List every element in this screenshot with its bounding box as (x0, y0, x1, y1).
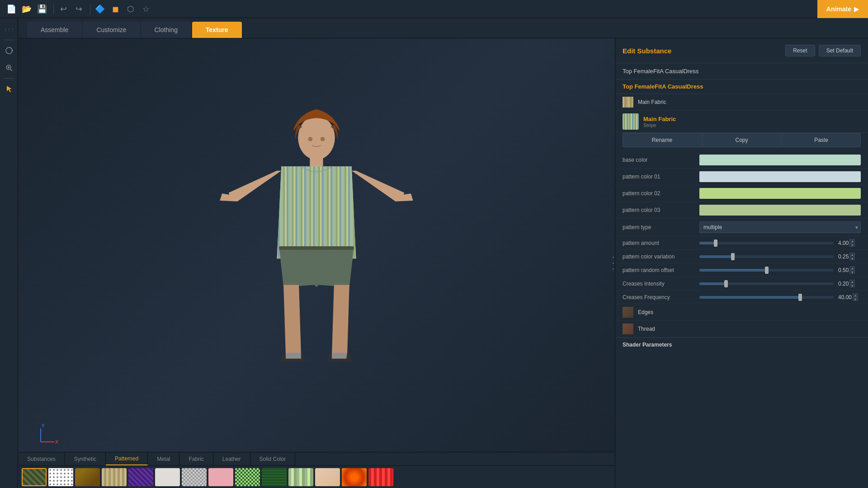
move-tool[interactable]: ⋮⋮⋮ (2, 23, 16, 36)
sub-tab-leather[interactable]: Leather (213, 452, 250, 465)
pattern-random-offset-thumb[interactable] (765, 267, 769, 274)
creases-frequency-fill (699, 296, 800, 299)
select-tool[interactable] (2, 82, 16, 96)
creases-frequency-slider[interactable] (699, 296, 834, 299)
pattern-type-value[interactable]: multiple (699, 221, 861, 233)
param-row-base-color: base color (615, 152, 868, 169)
creases-frequency-down[interactable]: ▼ (853, 297, 858, 301)
edges-section[interactable]: Edges (615, 304, 868, 321)
tab-clothing[interactable]: Clothing (141, 22, 191, 38)
tab-texture[interactable]: Texture (192, 22, 242, 38)
3d-icon[interactable]: 🔷 (93, 2, 107, 16)
pattern-amount-value: 4.00 ▲ ▼ (838, 239, 861, 247)
substance-thumb-11[interactable] (315, 468, 340, 486)
redo-icon[interactable]: ↪ (72, 2, 85, 16)
svg-marker-1 (11, 49, 13, 51)
creases-intensity-down[interactable]: ▼ (849, 284, 855, 287)
substance-thumb-7[interactable] (208, 468, 233, 486)
sphere-icon[interactable]: ⬡ (124, 2, 137, 16)
param-row-pattern-amount: pattern amount 4.00 ▲ ▼ (615, 236, 868, 250)
sub-tab-metal[interactable]: Metal (148, 452, 179, 465)
pattern-type-dropdown[interactable]: multiple ▼ (699, 221, 861, 233)
creases-intensity-slider[interactable] (699, 282, 834, 285)
pattern-random-offset-down[interactable]: ▼ (849, 270, 855, 274)
substance-thumb-13[interactable] (368, 468, 393, 486)
pattern-random-offset-up[interactable]: ▲ (849, 266, 855, 270)
pattern-random-offset-slider[interactable] (699, 269, 834, 272)
pattern-amount-slider[interactable] (699, 242, 834, 244)
creases-frequency-value: 40.00 ▲ ▼ (838, 293, 861, 301)
axes-indicator: Y X (32, 424, 59, 447)
substance-thumb-9[interactable] (262, 468, 287, 486)
creases-intensity-up[interactable]: ▲ (849, 280, 855, 283)
rotate-tool[interactable] (2, 44, 16, 57)
rename-button[interactable]: Rename (623, 133, 702, 147)
pattern-color-variation-fill (699, 255, 733, 258)
reset-button[interactable]: Reset (785, 45, 815, 56)
main-fabric-section-header[interactable]: Main Fabric (615, 94, 868, 111)
substances-tab-bar: Substances Synthetic Patterned Metal Fab… (18, 452, 615, 466)
zoom-tool[interactable] (2, 61, 16, 75)
tab-bar: Assemble Customize Clothing Texture (18, 18, 868, 38)
substance-thumb-4[interactable] (128, 468, 153, 486)
tab-assemble[interactable]: Assemble (27, 22, 82, 38)
param-row-pattern-color-02: pattern color 02 (615, 185, 868, 202)
creases-intensity-thumb[interactable] (724, 280, 728, 287)
undo-icon[interactable]: ↩ (57, 2, 70, 16)
param-color-base[interactable] (699, 155, 861, 165)
pattern-amount-spinners: ▲ ▼ (849, 239, 855, 247)
save-icon[interactable]: 💾 (35, 2, 49, 16)
model-area (18, 38, 615, 452)
main-fabric-label: Main Fabric (638, 99, 861, 105)
param-label-pattern-color-02: pattern color 02 (623, 190, 695, 197)
new-icon[interactable]: 📄 (5, 2, 18, 16)
pattern-amount-slider-container (699, 242, 834, 244)
param-label-pattern-color-variation: pattern color variation (623, 253, 695, 260)
pattern-color-variation-down[interactable]: ▼ (849, 257, 855, 260)
pattern-amount-up[interactable]: ▲ (849, 239, 855, 243)
creases-frequency-up[interactable]: ▲ (853, 293, 858, 297)
pattern-color-variation-slider[interactable] (699, 255, 834, 258)
param-label-creases-frequency: Creases Frequency (623, 294, 695, 300)
paste-button[interactable]: Paste (782, 133, 861, 147)
param-color-03[interactable] (699, 205, 861, 216)
pattern-color-variation-thumb[interactable] (731, 253, 735, 260)
drag-handle[interactable] (611, 254, 615, 272)
sub-tab-synthetic[interactable]: Synthetic (65, 452, 106, 465)
fabric-item[interactable]: Main Fabric Stripe (615, 111, 868, 133)
param-label-pattern-random-offset: pattern random offset (623, 267, 695, 273)
cube-icon[interactable]: ◼ (108, 2, 122, 16)
pattern-amount-thumb[interactable] (714, 239, 717, 247)
substance-thumb-5[interactable] (155, 468, 180, 486)
substance-thumb-2[interactable] (75, 468, 100, 486)
copy-button[interactable]: Copy (702, 133, 781, 147)
substance-thumb-0[interactable] (22, 468, 47, 486)
tab-customize[interactable]: Customize (83, 22, 140, 38)
substance-thumb-10[interactable] (288, 468, 313, 486)
substance-thumb-12[interactable] (342, 468, 367, 486)
creases-frequency-slider-container (699, 296, 834, 299)
substance-thumb-3[interactable] (102, 468, 127, 486)
sub-tab-fabric[interactable]: Fabric (179, 452, 213, 465)
viewport[interactable]: Y X Substances Synthetic Patterned Metal… (18, 38, 615, 488)
substance-thumb-6[interactable] (182, 468, 207, 486)
param-color-01[interactable] (699, 171, 861, 182)
pattern-color-variation-up[interactable]: ▲ (849, 253, 855, 256)
animate-button[interactable]: Animate ▶ (817, 0, 868, 18)
creases-frequency-thumb[interactable] (798, 294, 802, 301)
fabric-subtype: Stripe (643, 122, 861, 128)
sub-tab-solid-color[interactable]: Solid Color (250, 452, 296, 465)
param-color-02[interactable] (699, 188, 861, 199)
pattern-random-offset-value: 0.50 ▲ ▼ (838, 266, 861, 274)
open-icon[interactable]: 📂 (20, 2, 33, 16)
sub-tab-substances[interactable]: Substances (18, 452, 65, 465)
substance-thumb-1[interactable] (48, 468, 73, 486)
substance-thumb-8[interactable] (235, 468, 260, 486)
content-row: Y X Substances Synthetic Patterned Metal… (18, 38, 868, 488)
star-icon[interactable]: ☆ (139, 2, 153, 16)
pattern-amount-down[interactable]: ▼ (849, 243, 855, 247)
thread-section[interactable]: Thread (615, 321, 868, 338)
animate-arrow: ▶ (854, 5, 859, 13)
sub-tab-patterned[interactable]: Patterned (106, 452, 148, 465)
set-default-button[interactable]: Set Default (819, 45, 861, 56)
